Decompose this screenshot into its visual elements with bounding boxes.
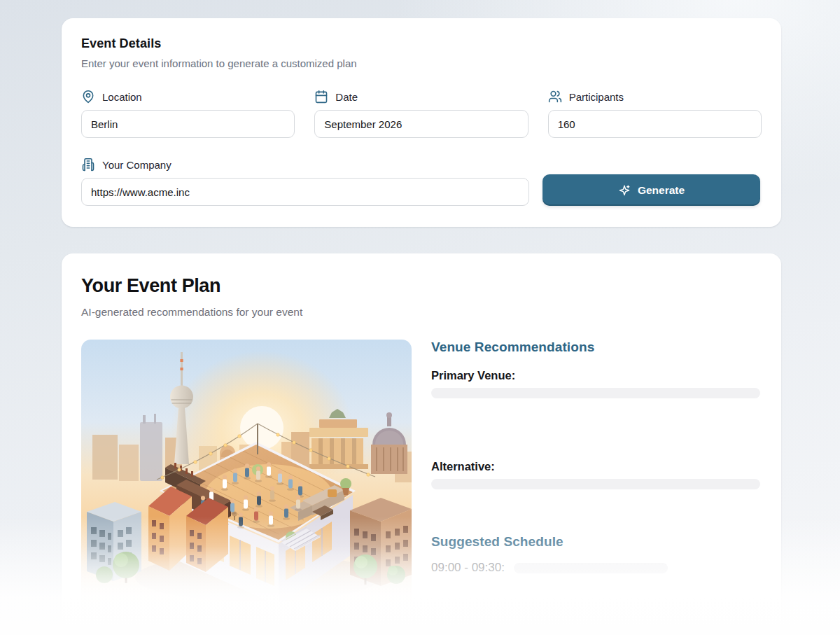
calendar-icon <box>314 90 328 104</box>
event-details-title: Event Details <box>81 36 762 51</box>
venue-recommendations-heading: Venue Recommendations <box>431 340 760 355</box>
event-illustration <box>81 340 412 634</box>
participants-label-row: Participants <box>548 90 762 104</box>
plan-body: Venue Recommendations Primary Venue: Alt… <box>81 340 762 634</box>
rooftop-party-illustration <box>81 340 412 634</box>
date-label: Date <box>335 91 358 103</box>
building-icon <box>81 158 95 172</box>
event-plan-card: Your Event Plan AI-generated recommendat… <box>62 253 781 635</box>
generate-button[interactable]: Generate <box>542 174 760 206</box>
date-label-row: Date <box>314 90 528 104</box>
schedule-slot-label: 09:00 - 09:30: <box>431 561 505 575</box>
date-field-group: Date <box>314 90 528 138</box>
company-generate-row: Your Company Generate <box>81 158 762 206</box>
primary-venue-skeleton <box>431 388 760 398</box>
location-field-group: Location <box>81 90 295 138</box>
generate-button-label: Generate <box>638 184 685 197</box>
participants-field-group: Participants <box>548 90 762 138</box>
users-icon <box>548 90 562 104</box>
alternative-venue-label: Alternative: <box>431 460 760 473</box>
alternative-venue-skeleton <box>431 479 760 489</box>
event-plan-subtitle: AI-generated recommendations for your ev… <box>81 306 762 319</box>
company-input[interactable] <box>81 178 529 206</box>
date-input[interactable] <box>314 110 528 138</box>
company-label-row: Your Company <box>81 158 529 172</box>
participants-input[interactable] <box>548 110 762 138</box>
participants-label: Participants <box>569 91 624 103</box>
company-label: Your Company <box>102 159 172 171</box>
event-details-subtitle: Enter your event information to generate… <box>81 57 762 69</box>
sun <box>240 406 284 449</box>
illustration-fade <box>81 546 412 634</box>
event-fields-row: Location Date Participants <box>81 90 762 138</box>
primary-venue-label: Primary Venue: <box>431 369 760 382</box>
schedule-slot-skeleton <box>514 563 668 573</box>
schedule-slot-row: 09:00 - 09:30: <box>431 561 760 575</box>
location-label-row: Location <box>81 90 295 104</box>
page: { "colors": { "accent": "#316b8a", "head… <box>0 0 840 635</box>
location-input[interactable] <box>81 110 295 138</box>
event-plan-title: Your Event Plan <box>81 275 762 297</box>
sparkles-icon <box>618 184 631 197</box>
location-label: Location <box>102 91 142 103</box>
plan-right-column: Venue Recommendations Primary Venue: Alt… <box>431 340 760 634</box>
map-pin-icon <box>81 90 95 104</box>
company-field-group: Your Company <box>81 158 529 206</box>
event-details-card: Event Details Enter your event informati… <box>62 18 781 227</box>
suggested-schedule-heading: Suggested Schedule <box>431 534 760 550</box>
